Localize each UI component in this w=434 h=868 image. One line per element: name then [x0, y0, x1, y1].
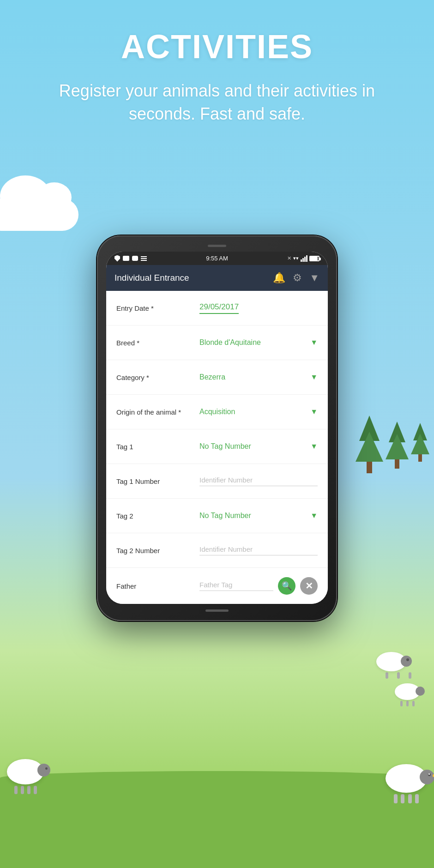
- app-bar-title: Individual Entrance: [115, 273, 189, 283]
- wifi-icon: ▾▾: [293, 255, 299, 261]
- tag1-label: Tag 1: [116, 443, 199, 451]
- hero-subtitle: Register your animals and their activiti…: [0, 79, 434, 126]
- father-row: Father Father Tag 🔍 ✕: [106, 568, 328, 604]
- form: Entry Date * 29/05/2017 Breed * Blonde d…: [106, 291, 328, 604]
- father-search-button[interactable]: 🔍: [278, 577, 295, 595]
- origin-label: Origin of the animal *: [116, 408, 199, 416]
- origin-row: Origin of the animal * Acquisition ▼: [106, 395, 328, 429]
- camera-icon: [123, 256, 129, 261]
- tag2-arrow-icon: ▼: [310, 512, 318, 520]
- father-label: Father: [116, 582, 199, 590]
- entry-date-value[interactable]: 29/05/2017: [199, 302, 318, 314]
- menu-icon: [141, 256, 147, 261]
- signal-bars-icon: [301, 255, 307, 262]
- tag2-number-row: Tag 2 Number Identifier Number: [106, 533, 328, 568]
- category-label: Category *: [116, 374, 199, 381]
- tag1-number-label: Tag 1 Number: [116, 477, 199, 485]
- tag2-dropdown[interactable]: No Tag Number ▼: [199, 512, 318, 520]
- father-clear-button[interactable]: ✕: [300, 577, 318, 595]
- status-bar: 9:55 AM ✕ ▾▾: [106, 252, 328, 265]
- tag2-row: Tag 2 No Tag Number ▼: [106, 499, 328, 533]
- status-time: 9:55 AM: [206, 255, 228, 262]
- breed-row: Breed * Blonde d'Aquitaine ▼: [106, 326, 328, 360]
- category-row: Category * Bezerra ▼: [106, 360, 328, 395]
- tag1-dropdown[interactable]: No Tag Number ▼: [199, 442, 318, 451]
- breed-label: Breed *: [116, 339, 199, 347]
- tag1-number-input[interactable]: Identifier Number: [199, 476, 318, 486]
- status-right-icons: ✕ ▾▾: [287, 255, 319, 262]
- father-input-group: Father Tag 🔍 ✕: [199, 577, 318, 595]
- entry-date-row: Entry Date * 29/05/2017: [106, 291, 328, 326]
- app-bar-icons: 🔔 ⚙ ▼: [273, 272, 319, 284]
- app-bar: Individual Entrance 🔔 ⚙ ▼: [106, 265, 328, 291]
- signal-off-icon: ✕: [287, 255, 291, 261]
- tag1-row: Tag 1 No Tag Number ▼: [106, 429, 328, 464]
- category-arrow-icon: ▼: [310, 373, 318, 381]
- origin-dropdown[interactable]: Acquisition ▼: [199, 408, 318, 416]
- page-title: ACTIVITIES: [0, 28, 434, 66]
- breed-dropdown[interactable]: Blonde d'Aquitaine ▼: [199, 338, 318, 347]
- origin-arrow-icon: ▼: [310, 408, 318, 416]
- bell-icon[interactable]: 🔔: [273, 272, 285, 284]
- breed-arrow-icon: ▼: [310, 338, 318, 347]
- status-left-icons: [115, 255, 147, 262]
- filter-icon[interactable]: ▼: [309, 272, 319, 284]
- tag2-label: Tag 2: [116, 512, 199, 520]
- category-dropdown[interactable]: Bezerra ▼: [199, 373, 318, 381]
- tag2-number-label: Tag 2 Number: [116, 547, 199, 555]
- tag1-number-row: Tag 1 Number Identifier Number: [106, 464, 328, 499]
- gear-icon[interactable]: ⚙: [293, 272, 302, 284]
- message-icon: [132, 256, 138, 261]
- entry-date-label: Entry Date *: [116, 304, 199, 312]
- tag2-number-input[interactable]: Identifier Number: [199, 545, 318, 555]
- battery-icon: [309, 256, 319, 261]
- tag1-arrow-icon: ▼: [310, 442, 318, 451]
- shield-icon: [115, 255, 120, 262]
- father-tag-placeholder[interactable]: Father Tag: [199, 581, 273, 591]
